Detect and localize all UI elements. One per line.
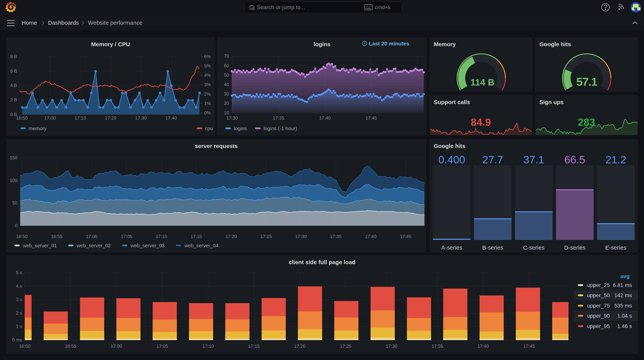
svg-text:114 B: 114 B (470, 77, 494, 88)
svg-text:upper_25: upper_25 (587, 282, 610, 288)
svg-text:web_server_03: web_server_03 (130, 243, 165, 248)
svg-text:2 B: 2 B (10, 97, 17, 102)
svg-text:2 s: 2 s (16, 310, 22, 316)
svg-text:16:55: 16:55 (51, 234, 62, 239)
svg-text:upper_50: upper_50 (587, 292, 610, 298)
svg-text:17:40: 17:40 (166, 116, 177, 120)
svg-text:0%: 0% (204, 110, 211, 116)
svg-text:1.46 s: 1.46 s (617, 323, 632, 329)
svg-text:17:10: 17:10 (202, 344, 214, 349)
svg-text:17:30: 17:30 (295, 234, 307, 239)
svg-text:2%: 2% (204, 92, 211, 96)
svg-text:70: 70 (224, 54, 229, 59)
svg-text:10: 10 (224, 110, 229, 115)
svg-text:17:45: 17:45 (366, 116, 377, 120)
svg-text:17:00: 17:00 (86, 234, 97, 239)
svg-text:avg: avg (620, 273, 630, 279)
svg-text:web_server_02: web_server_02 (76, 243, 111, 248)
svg-text:535 ms: 535 ms (614, 303, 632, 309)
svg-text:16:50: 16:50 (19, 344, 30, 349)
svg-text:8 B: 8 B (10, 54, 17, 59)
svg-text:40: 40 (224, 82, 229, 87)
svg-text:30: 30 (224, 91, 229, 96)
svg-text:17:10: 17:10 (156, 234, 167, 239)
svg-text:logins: logins (234, 126, 247, 131)
svg-text:17:25: 17:25 (340, 344, 351, 349)
svg-text:20: 20 (224, 101, 229, 106)
svg-text:17:30: 17:30 (226, 116, 238, 120)
svg-text:17:20: 17:20 (105, 116, 116, 120)
svg-text:16:50: 16:50 (16, 234, 28, 239)
svg-text:upper_95: upper_95 (587, 323, 610, 329)
svg-text:17:05: 17:05 (156, 344, 168, 349)
svg-text:50: 50 (12, 200, 18, 206)
svg-text:memory: memory (28, 126, 46, 131)
svg-text:5%: 5% (204, 63, 211, 68)
svg-text:57.1: 57.1 (576, 75, 597, 88)
svg-text:17:00: 17:00 (44, 116, 56, 120)
svg-text:37.1: 37.1 (524, 154, 544, 166)
svg-text:142 ms: 142 ms (614, 292, 632, 298)
svg-text:17:20: 17:20 (294, 344, 306, 349)
svg-text:16:50: 16:50 (16, 116, 28, 120)
svg-text:3 s: 3 s (16, 297, 22, 302)
svg-text:17:40: 17:40 (478, 344, 489, 349)
svg-text:A-series: A-series (441, 244, 462, 251)
svg-text:D-series: D-series (564, 244, 586, 251)
svg-text:17:30: 17:30 (135, 116, 146, 120)
svg-text:17:35: 17:35 (273, 116, 284, 120)
svg-text:6.81 ms: 6.81 ms (613, 282, 632, 288)
svg-text:5 s: 5 s (16, 270, 22, 275)
svg-text:1.04 s: 1.04 s (617, 313, 632, 319)
svg-text:21.2: 21.2 (606, 154, 626, 166)
svg-text:6%: 6% (204, 54, 211, 59)
svg-text:6 B: 6 B (10, 68, 17, 74)
svg-text:cpu: cpu (205, 126, 213, 131)
svg-text:upper_75: upper_75 (587, 303, 610, 309)
svg-text:150: 150 (10, 155, 18, 160)
svg-text:4 s: 4 s (16, 284, 22, 289)
svg-text:100: 100 (10, 178, 18, 183)
svg-text:50: 50 (224, 72, 229, 78)
svg-text:3%: 3% (204, 82, 211, 87)
svg-text:17:00: 17:00 (110, 344, 122, 349)
svg-text:17:25: 17:25 (260, 234, 272, 239)
svg-text:283: 283 (578, 116, 595, 128)
svg-text:upper_90: upper_90 (587, 313, 610, 319)
svg-text:4 B: 4 B (10, 83, 17, 88)
svg-text:17:05: 17:05 (121, 234, 132, 239)
svg-text:17:20: 17:20 (226, 234, 237, 239)
svg-text:0: 0 (15, 223, 18, 228)
svg-text:17:30: 17:30 (386, 344, 397, 349)
svg-text:27.7: 27.7 (482, 154, 503, 166)
svg-text:4%: 4% (204, 73, 211, 78)
svg-text:E-series: E-series (605, 244, 626, 251)
svg-text:17:40: 17:40 (319, 116, 330, 120)
svg-text:web_server_01: web_server_01 (22, 243, 57, 248)
svg-text:C-series: C-series (523, 244, 544, 251)
svg-text:17:10: 17:10 (74, 116, 86, 120)
svg-text:17:40: 17:40 (365, 234, 376, 239)
svg-text:17:45: 17:45 (400, 234, 411, 239)
svg-text:0 ms: 0 ms (12, 337, 22, 342)
svg-text:60: 60 (224, 63, 229, 68)
svg-text:1 s: 1 s (16, 324, 22, 329)
svg-text:17:15: 17:15 (248, 344, 260, 349)
svg-text:0.400: 0.400 (438, 154, 465, 166)
svg-text:web_server_04: web_server_04 (184, 243, 218, 248)
svg-text:16:55: 16:55 (65, 344, 76, 349)
svg-text:17:45: 17:45 (523, 344, 535, 349)
svg-text:logins (-1 hour): logins (-1 hour) (264, 126, 297, 131)
svg-text:B-series: B-series (482, 244, 503, 251)
svg-text:17:35: 17:35 (330, 234, 342, 239)
svg-text:84.9: 84.9 (471, 116, 491, 128)
svg-text:Last 20 minutes: Last 20 minutes (369, 41, 410, 46)
svg-text:17:35: 17:35 (432, 344, 443, 349)
svg-text:66.5: 66.5 (564, 154, 585, 166)
svg-text:1%: 1% (204, 101, 211, 106)
svg-text:17:15: 17:15 (190, 234, 202, 239)
